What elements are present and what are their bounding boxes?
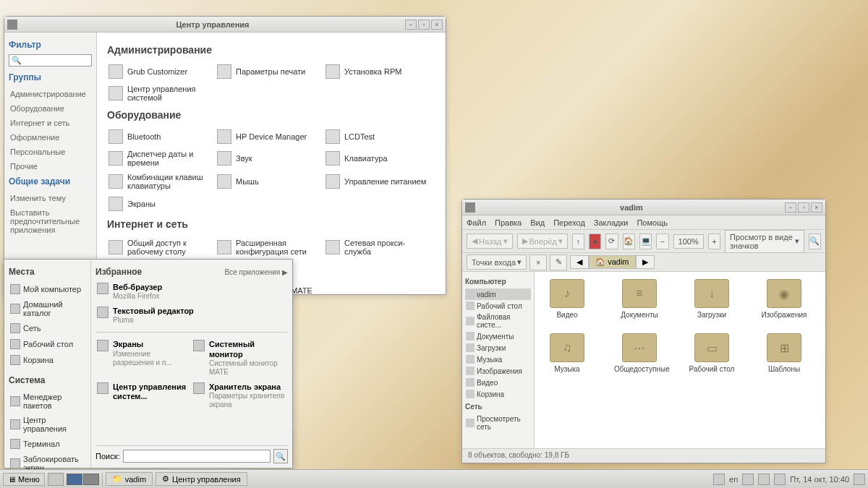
settings-item[interactable]: Звук <box>216 147 324 170</box>
volume-icon[interactable] <box>742 474 754 485</box>
fm-sidebar-item[interactable]: Корзина <box>465 388 531 400</box>
settings-item[interactable]: Диспетчер даты и времени <box>107 147 216 170</box>
folder-item[interactable]: ♪Видео <box>542 279 592 319</box>
settings-item[interactable]: Центр управления системой <box>107 82 216 105</box>
close-button[interactable]: × <box>431 20 443 30</box>
control-center-titlebar[interactable]: Центр управления − ▫ × <box>4 17 446 33</box>
recent-app-item[interactable]: Центр управления систем... <box>95 380 192 412</box>
settings-item[interactable]: Мышь <box>216 170 324 193</box>
back-button[interactable]: ◀ Назад ▾ <box>467 234 513 249</box>
stop-button[interactable]: ● <box>589 234 601 249</box>
settings-item[interactable]: Общий доступ к рабочему столу <box>107 236 216 259</box>
search-button[interactable]: 🔍 <box>809 234 821 249</box>
recent-app-item[interactable]: Хранитель экранаПараметры хранителя экра… <box>192 380 288 412</box>
folder-item[interactable]: ⊞Шаблоны <box>759 333 809 373</box>
keyboard-layout-indicator[interactable]: en <box>729 475 738 484</box>
show-desktop-button[interactable] <box>48 473 64 486</box>
menubar-item[interactable]: Закладки <box>594 218 629 227</box>
zoom-level[interactable]: 100% <box>673 234 704 249</box>
settings-item[interactable]: Комбинации клавиш клавиатуры <box>107 170 216 193</box>
fm-sidebar-item[interactable]: vadim <box>465 288 531 300</box>
menubar-item[interactable]: Файл <box>467 218 486 227</box>
location-clear-button[interactable]: × <box>529 254 547 270</box>
menubar-item[interactable]: Переход <box>553 218 585 227</box>
folder-item[interactable]: ≡Документы <box>614 279 665 319</box>
computer-button[interactable]: 💻 <box>639 234 652 249</box>
fm-minimize-button[interactable]: − <box>785 202 796 213</box>
workspace-1[interactable] <box>67 474 82 485</box>
filter-search[interactable]: 🔍 <box>9 54 92 67</box>
folder-item[interactable]: ▭Рабочий стол <box>686 333 737 373</box>
workspace-2[interactable] <box>83 474 99 485</box>
tray-icon[interactable] <box>854 474 865 485</box>
folder-item[interactable]: ↓Загрузки <box>686 279 737 319</box>
settings-item[interactable]: LCDTest <box>324 127 433 147</box>
sidebar-group-item[interactable]: Администрирование <box>9 87 92 101</box>
menu-places-item[interactable]: Сеть <box>9 320 86 336</box>
recent-app-item[interactable]: Системный мониторСистемный монитор MATE <box>192 337 288 379</box>
settings-item[interactable]: Клавиатура <box>324 147 433 170</box>
settings-item[interactable]: Сетевая прокси-служба <box>324 236 433 259</box>
fm-maximize-button[interactable]: ▫ <box>798 202 809 213</box>
settings-item[interactable]: HP Device Manager <box>216 127 324 147</box>
folder-item[interactable]: ⋯Общедоступные <box>614 333 665 373</box>
sidebar-group-item[interactable]: Персональные <box>9 145 92 159</box>
fm-sidebar-item[interactable]: Документы <box>465 330 531 342</box>
battery-icon[interactable] <box>774 474 786 485</box>
menu-places-item[interactable]: Рабочий стол <box>9 336 86 352</box>
menubar-item[interactable]: Правка <box>495 218 522 227</box>
crumb-forward[interactable]: ▶ <box>636 255 655 269</box>
taskbar-item-vadim[interactable]: 📁 vadim <box>106 472 153 486</box>
favorite-app-item[interactable]: Текстовый редакторPluma <box>95 304 288 328</box>
clock[interactable]: Пт, 14 окт, 10:40 <box>790 475 849 484</box>
network-icon[interactable] <box>758 474 770 485</box>
edit-path-button[interactable]: ✎ <box>550 254 567 270</box>
settings-item[interactable]: Экраны <box>107 194 216 214</box>
menu-places-item[interactable]: Домашний каталог <box>9 297 86 320</box>
sidebar-task-item[interactable]: Изменить тему <box>9 191 92 205</box>
crumb-current[interactable]: 🏠 vadim <box>589 255 635 269</box>
favorite-app-item[interactable]: Веб-браузерMozilla Firefox <box>95 280 288 304</box>
fm-sidebar-item[interactable]: Файловая систе... <box>465 312 531 330</box>
filter-input[interactable] <box>22 56 87 65</box>
all-apps-link[interactable]: Все приложения ▶ <box>224 268 288 276</box>
menu-system-item[interactable]: Менеджер пакетов <box>9 390 86 413</box>
menu-places-item[interactable]: Корзина <box>9 352 86 368</box>
zoom-in-button[interactable]: + <box>708 234 720 249</box>
minimize-button[interactable]: − <box>405 20 417 30</box>
tray-icon[interactable] <box>713 474 725 485</box>
fm-sidebar-item[interactable]: Изображения <box>465 365 531 377</box>
settings-item[interactable]: Установка RPM <box>324 61 433 82</box>
folder-item[interactable]: ♫Музыка <box>542 333 592 373</box>
sidebar-group-item[interactable]: Интернет и сеть <box>9 116 92 130</box>
zoom-out-button[interactable]: − <box>656 234 668 249</box>
menu-search-button[interactable]: 🔍 <box>273 449 288 463</box>
fm-titlebar[interactable]: vadim − ▫ × <box>462 200 825 215</box>
menubar-item[interactable]: Помощь <box>637 218 668 227</box>
fm-sidebar-item[interactable]: Рабочий стол <box>465 300 531 312</box>
fm-icon-view[interactable]: ♪Видео≡Документы↓Загрузки◉Изображения♫Му… <box>535 272 825 448</box>
menu-search-input[interactable] <box>123 450 271 463</box>
fm-close-button[interactable]: × <box>811 202 822 213</box>
up-button[interactable]: ↑ <box>572 234 584 249</box>
settings-item[interactable]: Bluetooth <box>107 127 216 147</box>
reload-button[interactable]: ⟳ <box>605 234 618 249</box>
forward-button[interactable]: ▶ Вперёд ▾ <box>517 234 568 249</box>
fm-sidebar-item[interactable]: Видео <box>465 377 531 388</box>
recent-app-item[interactable]: ЭкраныИзменение разрешения и п... <box>95 337 192 379</box>
menu-system-item[interactable]: Центр управления <box>9 413 86 436</box>
view-mode-selector[interactable]: Просмотр в виде значков ▾ <box>725 230 804 253</box>
menu-system-item[interactable]: Терминал <box>9 436 86 452</box>
menu-places-item[interactable]: Мой компьютер <box>9 281 86 297</box>
fm-sidebar-item[interactable]: Музыка <box>465 354 531 365</box>
taskbar-item-control-center[interactable]: ⚙ Центр управления <box>156 472 247 486</box>
sidebar-group-item[interactable]: Оформление <box>9 130 92 145</box>
settings-item[interactable]: Параметры печати <box>216 61 324 82</box>
fm-sidebar-item[interactable]: Загрузки <box>465 342 531 354</box>
crumb-back[interactable]: ◀ <box>570 255 589 269</box>
menubar-item[interactable]: Вид <box>530 218 545 227</box>
settings-item[interactable]: Grub Customizer <box>107 61 216 82</box>
settings-item[interactable]: Расширенная конфигурация сети <box>216 236 324 259</box>
folder-item[interactable]: ◉Изображения <box>759 279 809 319</box>
home-button[interactable]: 🏠 <box>623 234 635 249</box>
